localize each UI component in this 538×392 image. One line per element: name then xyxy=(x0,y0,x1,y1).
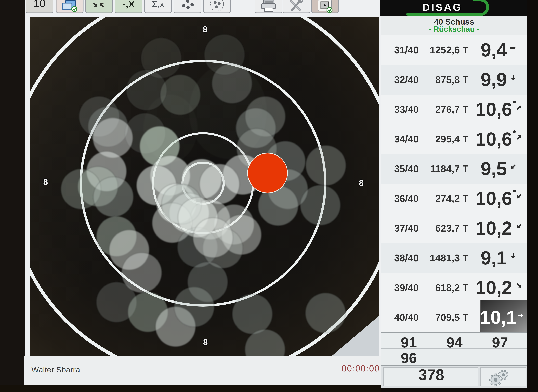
svg-text:32/40: 32/40 xyxy=(394,74,419,85)
svg-text:276,7 T: 276,7 T xyxy=(435,104,468,115)
svg-text:709,5 T: 709,5 T xyxy=(435,312,468,323)
svg-text:00:00:00: 00:00:00 xyxy=(342,364,380,373)
svg-text:Walter Sbarra: Walter Sbarra xyxy=(31,365,80,374)
svg-text:10,2: 10,2 xyxy=(475,218,512,239)
svg-text:DISAG: DISAG xyxy=(422,1,462,13)
svg-text:- Rückschau -: - Rückschau - xyxy=(429,25,480,33)
svg-text:8: 8 xyxy=(359,178,364,188)
svg-text:40/40: 40/40 xyxy=(394,312,419,323)
svg-text:91: 91 xyxy=(401,334,417,350)
svg-text:33/40: 33/40 xyxy=(394,104,419,115)
svg-text:8: 8 xyxy=(43,177,48,187)
svg-text:10,6: 10,6 xyxy=(475,99,512,120)
svg-text:1184,7 T: 1184,7 T xyxy=(430,163,468,174)
svg-text:35/40: 35/40 xyxy=(394,163,419,174)
svg-text:9,1: 9,1 xyxy=(481,247,507,268)
svg-text:9,9: 9,9 xyxy=(481,69,507,90)
svg-text:295,4 T: 295,4 T xyxy=(435,134,468,145)
svg-text:38/40: 38/40 xyxy=(394,252,419,263)
svg-text:9,5: 9,5 xyxy=(481,158,507,179)
svg-text:10,6: 10,6 xyxy=(475,188,512,209)
svg-text:36/40: 36/40 xyxy=(394,193,419,204)
svg-text:34/40: 34/40 xyxy=(394,134,419,145)
svg-text:1252,6 T: 1252,6 T xyxy=(430,44,468,55)
svg-text:37/40: 37/40 xyxy=(394,223,419,234)
svg-text:8: 8 xyxy=(203,338,208,347)
svg-text:618,2 T: 618,2 T xyxy=(435,282,468,293)
svg-text:97: 97 xyxy=(492,334,508,350)
svg-text:623,7 T: 623,7 T xyxy=(435,223,468,234)
svg-text:378: 378 xyxy=(418,366,444,383)
svg-text:10,1: 10,1 xyxy=(480,307,517,328)
svg-text:39/40: 39/40 xyxy=(394,282,419,293)
svg-text:31/40: 31/40 xyxy=(394,44,419,55)
svg-text:1481,3 T: 1481,3 T xyxy=(430,252,468,263)
svg-text:Σ,x: Σ,x xyxy=(152,0,164,9)
svg-text:8: 8 xyxy=(203,25,208,34)
svg-text:274,2 T: 274,2 T xyxy=(435,193,468,204)
svg-text:94: 94 xyxy=(446,334,463,350)
svg-text:96: 96 xyxy=(401,350,417,366)
svg-text:875,8 T: 875,8 T xyxy=(435,74,468,85)
svg-text:9,4: 9,4 xyxy=(481,39,507,61)
svg-text:·,X: ·,X xyxy=(123,0,135,9)
svg-text:10: 10 xyxy=(33,0,45,9)
svg-text:10,2: 10,2 xyxy=(475,277,512,298)
svg-text:10,6: 10,6 xyxy=(475,128,512,149)
